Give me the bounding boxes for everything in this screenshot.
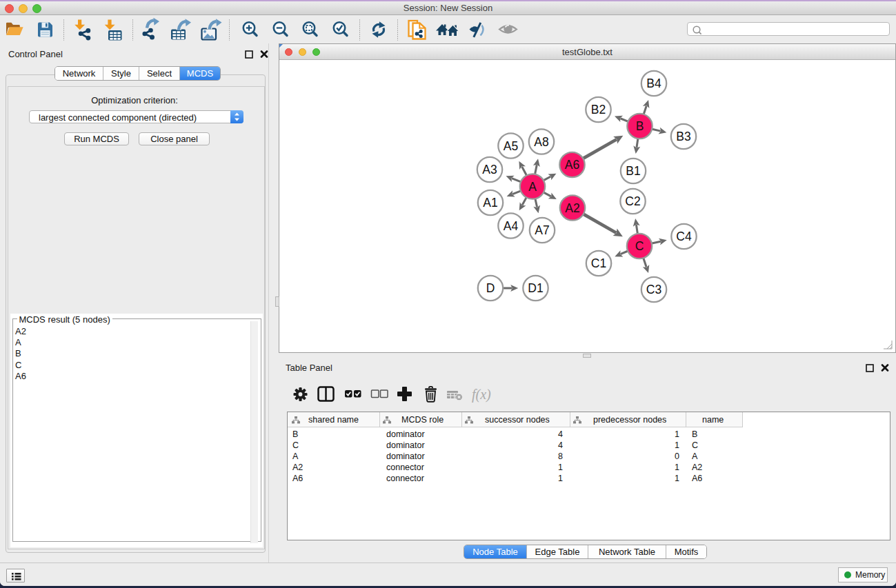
svg-text:D1: D1 <box>528 281 543 295</box>
svg-text:B4: B4 <box>646 77 661 90</box>
svg-text:A4: A4 <box>504 219 519 233</box>
svg-text:A5: A5 <box>504 139 518 153</box>
svg-text:A7: A7 <box>535 223 549 237</box>
svg-text:A: A <box>528 180 537 194</box>
svg-text:A8: A8 <box>534 135 548 149</box>
svg-text:A6: A6 <box>565 158 579 172</box>
svg-text:C2: C2 <box>625 194 640 208</box>
svg-text:B3: B3 <box>676 130 690 143</box>
svg-text:A1: A1 <box>483 196 497 210</box>
svg-text:f(x): f(x) <box>472 387 491 403</box>
svg-text:C1: C1 <box>591 256 606 270</box>
svg-text:B2: B2 <box>591 103 606 116</box>
svg-text:C4: C4 <box>676 230 692 243</box>
svg-text:D: D <box>486 281 495 295</box>
svg-text:A3: A3 <box>482 163 497 176</box>
svg-text:B: B <box>636 119 644 133</box>
svg-text:A2: A2 <box>565 201 579 215</box>
svg-text:C: C <box>635 239 644 253</box>
svg-text:B1: B1 <box>626 164 640 178</box>
svg-text:C3: C3 <box>646 283 661 296</box>
